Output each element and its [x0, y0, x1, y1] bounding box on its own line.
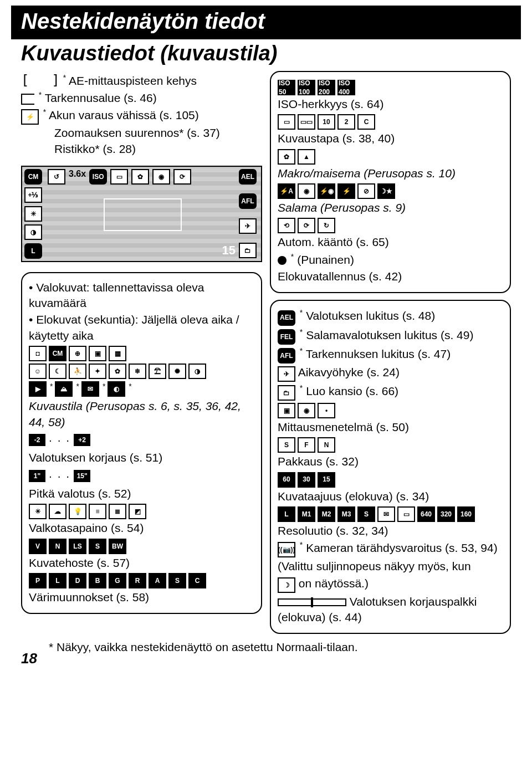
scene-icons-row2: ☺ ☾ ⛹ ✦ ✿ ❄ ⛱ ✺ ◑ — [29, 364, 254, 379]
footnote: * Näkyy, vaikka nestekidenäyttö on asete… — [11, 641, 521, 654]
subtitle: Kuvaustiedot (kuvaustila) — [11, 42, 521, 71]
timezone-row: ✈ Aikavyöhyke (s. 24) — [278, 365, 503, 382]
flash-redeye-on-icon: ⚡◉ — [318, 183, 335, 199]
cc-c-icon: C — [188, 573, 206, 588]
firework-icon: ✺ — [168, 364, 186, 379]
right-info-box-top: ISO 50 ISO 100 ISO 200 ISO 400 ISO-herkk… — [270, 71, 511, 293]
still-count-label: • Valokuvat: tallennettavissa oleva kuva… — [29, 280, 254, 311]
mode-cm-icon: CM — [24, 169, 42, 185]
macro-icons: ✿ ▲ — [278, 149, 503, 165]
drive-label: Kuvaustapa (s. 38, 40) — [278, 131, 503, 146]
rotate3-icon: ↻ — [318, 218, 335, 233]
wb-label: Valkotasapaino (s. 54) — [29, 520, 254, 536]
beach-icon: ⛱ — [149, 364, 166, 379]
effect-icon: ◑ — [24, 224, 42, 240]
foliage-icon: ✿ — [109, 364, 126, 379]
flash-icons: ⚡A ◉ ⚡◉ ⚡ ⊘ ☽★ — [278, 183, 503, 199]
focus-frame — [104, 198, 182, 231]
size-l-icon: L — [24, 243, 42, 259]
color-conv-icons: P L D B G R A S C — [29, 573, 254, 588]
ev-icon: +⅓ — [24, 187, 42, 203]
movie-rec-label: Elokuvatallennus (s. 42) — [278, 269, 503, 284]
timer10-icon: 10 — [318, 114, 335, 130]
flash-slow-icon: ☽★ — [377, 183, 395, 199]
fps15-icon: 15 — [318, 472, 335, 488]
iso-icon: ISO — [89, 169, 107, 185]
framerate-icons: 60 30 15 — [278, 472, 503, 488]
long-exp-label: Pitkä valotus (s. 52) — [29, 486, 254, 501]
iso-label: ISO-herkkyys (s. 64) — [278, 96, 503, 112]
res-l-icon: L — [278, 506, 295, 522]
macro-icon: ✿ — [278, 149, 295, 165]
rotate-icons: ⟲ ⟳ ↻ — [278, 218, 503, 233]
airplane-icon: ✈ — [278, 366, 295, 382]
meter-eval-icon: ▣ — [278, 403, 295, 418]
drive-icons: ▭ ▭▭ 10 2 C — [278, 114, 503, 130]
kids-icon: ⛹ — [69, 364, 86, 379]
party-icon: ✦ — [89, 364, 106, 379]
ae-lock-row: AEL Valotuksen lukitus (s. 48) — [278, 308, 503, 325]
camera-icon: ◘ — [29, 346, 47, 361]
fps60-icon: 60 — [278, 472, 295, 488]
neutral-icon: N — [49, 539, 66, 554]
res-wide-icon: ▭ — [397, 506, 415, 522]
brackets-icon: [ ] — [21, 73, 62, 88]
fine-icon: F — [298, 437, 315, 453]
left-info-box: • Valokuvat: tallennettavissa oleva kuva… — [21, 272, 262, 615]
macro-icon: ✿ — [131, 169, 149, 185]
wb-cloud-icon: ☁ — [49, 504, 66, 519]
cc-b-icon: B — [89, 573, 106, 588]
t1-icon: 1" — [29, 470, 45, 482]
drive-icon: ▭ — [110, 169, 128, 185]
cc-g-icon: G — [109, 573, 126, 588]
wb-custom-icon: ◩ — [129, 504, 146, 519]
aquarium-icon: ◑ — [188, 364, 206, 379]
flash-off-icon: ⊘ — [357, 183, 375, 199]
meter-center-icon: ◉ — [298, 403, 315, 418]
metering-icons: ▣ ◉ • — [278, 403, 503, 418]
rotate2-icon: ⟳ — [298, 218, 315, 233]
drive-single-icon: ▭ — [278, 114, 295, 130]
movie4-icon: ◐ — [108, 381, 125, 397]
movie2-icon: ⛰ — [55, 381, 73, 397]
iso200-icon: ISO 200 — [318, 80, 335, 95]
bw-icon: BW — [109, 539, 126, 554]
wb-icons: ☀ ☁ 💡 ≡ ≣ ◩ — [29, 504, 254, 519]
color-conv-label: Värimuunnokset (s. 58) — [29, 590, 254, 605]
shooting-mode-icons: ◘ CM ⊕ ▣ ▦ — [29, 346, 254, 361]
exposure-bar-icon — [278, 598, 346, 606]
res-m1-icon: M1 — [298, 506, 315, 522]
movie3-icon: ✉ — [81, 381, 99, 397]
flash-auto-icon: ⚡A — [278, 183, 295, 199]
res-m3-icon: M3 — [337, 506, 355, 522]
shake-note-row: (Valittu suljinnopeus näkyy myös, kun — [278, 559, 503, 574]
iso400-icon: ISO 400 — [337, 80, 355, 95]
ev-comp-label: Valotuksen korjaus (s. 51) — [29, 450, 254, 465]
cc-d-icon: D — [69, 573, 86, 588]
ael-icon: AEL — [239, 169, 257, 185]
fps30-icon: 30 — [298, 472, 315, 488]
superfine-icon: S — [278, 437, 295, 453]
res-160-icon: 160 — [457, 506, 475, 522]
shooting-mode-label: Kuvaustila (Perusopas s. 6, s. 35, 36, 4… — [29, 398, 254, 430]
folder-row: 🗀 Luo kansio (s. 66) — [278, 383, 503, 401]
night-mode-icon: ☽ — [278, 577, 295, 593]
res-post-icon: ✉ — [377, 506, 395, 522]
right-info-box-bottom: AEL Valotuksen lukitus (s. 48) FEL Salam… — [270, 300, 511, 634]
meter-spot-icon: • — [318, 403, 335, 418]
effect-icons: V N LS S BW — [29, 539, 254, 554]
af-lock-row: AFL Tarkennuksen lukitus (s. 47) — [278, 346, 503, 364]
flash-label: Salama (Perusopas s. 9) — [278, 200, 503, 216]
effect-label: Kuvatehoste (s. 57) — [29, 555, 254, 571]
shake-note2-row: ☽ on näytössä.) — [278, 576, 503, 593]
zoom-readout: 3.6x — [69, 169, 86, 185]
compress-icons: S F N — [278, 437, 503, 453]
iso50-icon: ISO 50 — [278, 80, 295, 95]
res-m2-icon: M2 — [318, 506, 335, 522]
framerate-label: Kuvataajuus (elokuva) (s. 34) — [278, 489, 503, 504]
afl-chip-icon: AFL — [278, 348, 295, 364]
expbar-row: Valotuksen korjauspalkki (elokuva) (s. 4… — [278, 594, 503, 626]
flash-on-icon: ⚡ — [337, 183, 355, 199]
res-s-icon: S — [357, 506, 375, 522]
sepia-icon: S — [89, 539, 106, 554]
